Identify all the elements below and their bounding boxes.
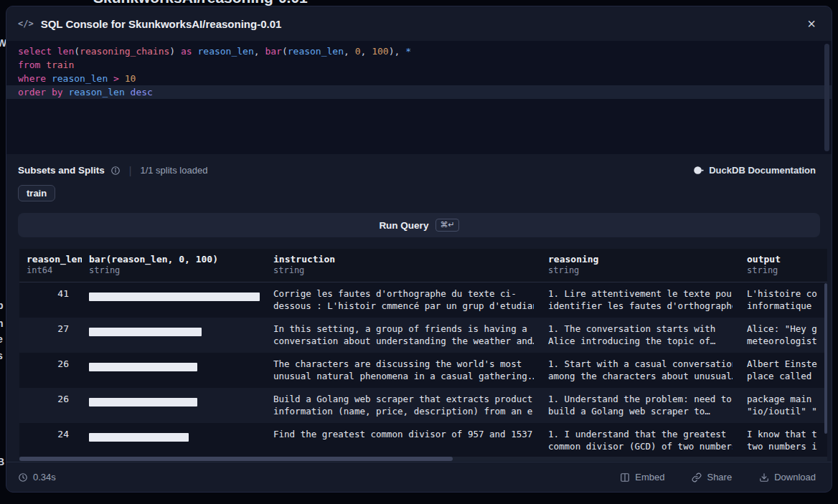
reason-len-cell: 26: [19, 353, 82, 388]
modal-header: </> SQL Console for SkunkworksAI/reasoni…: [6, 6, 832, 41]
instruction-cell: The characters are discussing the world'…: [266, 353, 541, 388]
cell-line: Albert Einste: [747, 358, 827, 371]
query-time: 0.34s: [18, 472, 56, 482]
output-cell: Alice: "Hey gmeteorologist: [740, 318, 827, 353]
bar-value: [89, 328, 202, 336]
subsets-row: Subsets and Splits | 1/1 splits loaded D…: [6, 164, 832, 176]
background-remnant-letter: e: [0, 333, 3, 345]
table-row: 26Build a Golang web scraper that extrac…: [19, 388, 827, 423]
column-header[interactable]: reasoningstring: [541, 249, 740, 282]
keyboard-shortcut-hint: ⌘↵: [436, 219, 458, 232]
footer-actions: EmbedShareDownload: [616, 471, 820, 483]
reason-len-cell: 41: [19, 282, 82, 318]
cell-line: Build a Golang web scraper that extracts…: [273, 394, 534, 406]
table-body: 41Corrige les fautes d'orthographe du te…: [19, 282, 827, 458]
column-name: bar(reason_len, 0, 100): [89, 254, 259, 265]
column-type: int64: [27, 265, 75, 275]
instruction-cell: In this setting, a group of friends is h…: [266, 318, 541, 353]
splits-loaded-status: 1/1 splits loaded: [140, 165, 207, 176]
table-row: 41Corrige les fautes d'orthographe du te…: [19, 282, 827, 318]
modal-footer: 0.34s EmbedShareDownload: [6, 462, 832, 492]
column-header[interactable]: instructionstring: [266, 249, 541, 282]
bar-value: [89, 433, 189, 442]
column-type: string: [548, 265, 733, 275]
bar-value: [89, 293, 260, 301]
code-icon: </>: [18, 19, 34, 29]
duckdb-logo-icon: [693, 165, 704, 176]
cell-line: dessous : L'histoir cmmencé par un grup …: [273, 300, 534, 313]
bar-value: [89, 398, 197, 406]
column-header[interactable]: reason_lenint64: [19, 249, 82, 282]
cell-line: two numbers i: [747, 441, 827, 453]
reasoning-cell: 1. Understand the problem: need tobuild …: [541, 388, 740, 423]
cell-line: I know that t: [747, 429, 827, 441]
embed-button[interactable]: Embed: [616, 471, 669, 483]
vertical-scrollbar-thumb[interactable]: [824, 283, 827, 434]
sql-editor-content[interactable]: select len(reasoning_chains) as reason_l…: [6, 44, 832, 99]
output-cell: I know that ttwo numbers i: [740, 423, 827, 458]
cell-line: Alice introducing the topic of…: [548, 336, 733, 348]
cell-line: among the characters about unusual…: [548, 371, 733, 383]
split-chip[interactable]: train: [18, 185, 55, 201]
reasoning-cell: 1. The conversation starts withAlice int…: [541, 318, 740, 353]
cell-line: unusual natural phenomena in a casual ga…: [273, 371, 534, 383]
split-chips: train: [6, 185, 832, 201]
cell-line: information (name, price, description) f…: [273, 406, 534, 418]
column-name: reason_len: [27, 254, 75, 265]
cell-line: common divisor (GCD) of two numbers…: [548, 441, 733, 453]
bar-cell: [82, 388, 266, 423]
output-cell: Albert Einsteplace called: [740, 353, 827, 388]
cell-line: informatique: [747, 300, 827, 313]
duckdb-documentation-link[interactable]: DuckDB Documentation: [689, 164, 820, 176]
sql-line[interactable]: from train: [6, 58, 832, 72]
editor-scrollbar[interactable]: [824, 44, 829, 151]
bar-cell: [82, 282, 266, 318]
duckdb-documentation-label: DuckDB Documentation: [709, 165, 816, 176]
background-remnant-letter: h: [0, 318, 4, 329]
download-button[interactable]: Download: [755, 471, 820, 483]
horizontal-scrollbar[interactable]: [19, 457, 827, 461]
sql-line[interactable]: order by reason_len desc: [6, 85, 832, 99]
divider: |: [129, 165, 132, 176]
cell-line: L'histoire co: [747, 288, 827, 300]
column-type: string: [89, 265, 259, 275]
column-header[interactable]: bar(reason_len, 0, 100)string: [82, 249, 266, 282]
background-remnant-letter: b: [0, 300, 4, 311]
horizontal-scrollbar-thumb[interactable]: [19, 457, 453, 461]
subsets-and-splits-label: Subsets and Splits: [18, 165, 105, 176]
bar-cell: [82, 318, 266, 353]
reasoning-cell: 1. I understand that the greatestcommon …: [541, 423, 740, 458]
sql-editor[interactable]: select len(reasoning_chains) as reason_l…: [6, 41, 832, 154]
clock-icon: [18, 472, 28, 482]
sql-line[interactable]: select len(reasoning_chains) as reason_l…: [6, 44, 832, 58]
bar-cell: [82, 353, 266, 388]
cell-line: Find the greatest common divisor of 957 …: [273, 429, 534, 441]
column-name: instruction: [273, 254, 534, 265]
run-query-button[interactable]: Run Query ⌘↵: [18, 213, 820, 237]
instruction-cell: Corrige les fautes d'orthographe du text…: [266, 282, 541, 318]
modal-title: SQL Console for SkunkworksAI/reasoning-0…: [41, 18, 804, 30]
cell-line: Alice: "Hey g: [747, 323, 827, 336]
bar-value: [89, 363, 197, 371]
cell-line: identifier les fautes d'orthographe…: [548, 300, 733, 313]
cell-line: 1. Understand the problem: need to: [548, 394, 733, 406]
reason-len-cell: 24: [19, 423, 82, 458]
share-button[interactable]: Share: [687, 471, 736, 483]
table-row: 24Find the greatest common divisor of 95…: [19, 423, 827, 458]
column-name: output: [747, 254, 827, 265]
info-icon[interactable]: [110, 166, 121, 176]
elapsed-time-value: 0.34s: [33, 472, 56, 482]
share-icon: [692, 472, 702, 482]
table-header-row: reason_lenint64bar(reason_len, 0, 100)st…: [19, 249, 827, 282]
column-header[interactable]: outputstring: [740, 249, 827, 282]
close-icon[interactable]: ×: [803, 15, 820, 32]
cell-line: "io/ioutil" ": [747, 406, 827, 418]
background-remnant-letter: s: [0, 350, 3, 361]
download-icon: [759, 472, 769, 482]
column-name: reasoning: [548, 254, 733, 265]
cell-line: In this setting, a group of friends is h…: [273, 323, 534, 336]
sql-line[interactable]: where reason_len > 10: [6, 72, 832, 85]
cell-line: 1. I understand that the greatest: [548, 429, 733, 441]
instruction-cell: Build a Golang web scraper that extracts…: [266, 388, 541, 423]
download-label: Download: [774, 472, 816, 482]
